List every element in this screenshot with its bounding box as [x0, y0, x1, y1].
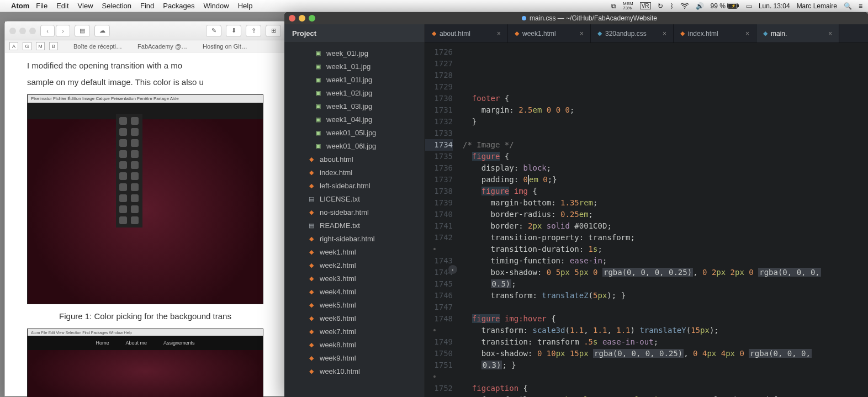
- battery-indicator[interactable]: 99 % ⚡: [711, 2, 739, 10]
- tree-item[interactable]: ◆week10.html: [284, 364, 425, 378]
- line-number[interactable]: 1751: [425, 359, 453, 371]
- tree-item[interactable]: ◆index.html: [284, 166, 425, 179]
- menu-packages[interactable]: Packages: [163, 2, 194, 10]
- code-line[interactable]: transform: translateZ(5px); }: [463, 290, 868, 301]
- code-line[interactable]: footer {: [463, 93, 868, 104]
- code-line[interactable]: }: [463, 116, 868, 128]
- close-tab-icon[interactable]: ×: [663, 30, 666, 38]
- dropbox-icon[interactable]: ⧉: [611, 2, 616, 10]
- code-line[interactable]: [463, 301, 868, 313]
- menu-window[interactable]: Window: [203, 2, 229, 10]
- line-number[interactable]: 1736: [425, 162, 453, 174]
- line-number[interactable]: 1727: [425, 58, 453, 70]
- menu-help[interactable]: Help: [238, 2, 253, 10]
- back-button[interactable]: ‹: [40, 25, 55, 37]
- line-number[interactable]: 1738: [425, 186, 453, 197]
- tree-item[interactable]: ◆week7.html: [284, 325, 425, 338]
- tree-item[interactable]: ▣week1_01l.jpg: [284, 73, 425, 86]
- line-number[interactable]: •: [425, 371, 453, 383]
- code-line[interactable]: transition: transform .5s ease-in-out;: [463, 336, 868, 348]
- tree-item[interactable]: ▣week1_03l.jpg: [284, 99, 425, 113]
- code-line[interactable]: [463, 81, 868, 93]
- control-center-icon[interactable]: ▭: [746, 2, 752, 10]
- code-line[interactable]: transition-duration: 1s;: [463, 244, 868, 255]
- line-number[interactable]: 1731: [425, 104, 453, 116]
- code-area[interactable]: ‹ footer { margin: 2.5em 0 0 0; }/* Imag…: [458, 43, 868, 397]
- line-number[interactable]: 1743: [425, 255, 453, 267]
- compose-button[interactable]: ✎: [206, 25, 221, 37]
- code-editor[interactable]: 1726172717281729173017311732173317341735…: [425, 43, 868, 397]
- code-line[interactable]: [463, 128, 868, 139]
- editor-tab[interactable]: ◆about.html×: [425, 24, 508, 43]
- code-line[interactable]: font-family: "TT Chocolates", "Helvetica…: [463, 394, 868, 397]
- line-number[interactable]: 1740: [425, 209, 453, 220]
- code-line[interactable]: figcaption {: [463, 383, 868, 394]
- tree-item[interactable]: ▣week1_04l.jpg: [284, 113, 425, 126]
- code-line[interactable]: display: block;: [463, 162, 868, 174]
- tree-item[interactable]: ▤README.txt: [284, 219, 425, 232]
- close-tab-icon[interactable]: ×: [828, 30, 832, 38]
- safari-tab[interactable]: FabAcademy @…: [137, 43, 187, 50]
- tree-item[interactable]: ◆week4.html: [284, 285, 425, 298]
- code-line[interactable]: transform: scale3d(1.1, 1.1, 1.1) transl…: [463, 325, 868, 336]
- share-button[interactable]: ⇪: [246, 25, 261, 37]
- safari-tab[interactable]: Hosting on Git…: [203, 43, 247, 50]
- code-line[interactable]: timing-function: ease-in;: [463, 255, 868, 267]
- forward-button[interactable]: ›: [56, 25, 70, 37]
- user-name[interactable]: Marc Lemaire: [797, 2, 837, 10]
- code-line[interactable]: box-shadow: 0 5px 5px 0 rgba(0, 0, 0, 0.…: [463, 267, 868, 278]
- vr-icon[interactable]: VR: [640, 2, 651, 9]
- spotlight-icon[interactable]: 🔍: [844, 2, 852, 10]
- wifi-icon[interactable]: [680, 3, 689, 9]
- tree-item[interactable]: ◆week2.html: [284, 258, 425, 272]
- tree-item[interactable]: ◆week5.html: [284, 298, 425, 311]
- tree-item[interactable]: ▣week_01l.jpg: [284, 46, 425, 60]
- tree-item[interactable]: ◆week8.html: [284, 338, 425, 351]
- editor-tab[interactable]: ◆320andup.css×: [591, 24, 674, 43]
- code-line[interactable]: 0.5);: [463, 278, 868, 290]
- app-name[interactable]: Atom: [11, 2, 29, 10]
- code-line[interactable]: 0.3); }: [463, 359, 868, 371]
- close-tab-icon[interactable]: ×: [497, 30, 501, 38]
- editor-tab[interactable]: ◆main.×: [756, 24, 839, 43]
- code-line[interactable]: box-shadow: 0 10px 15px rgba(0, 0, 0, 0.…: [463, 348, 868, 359]
- code-line[interactable]: padding: 0em 0;}: [463, 174, 868, 186]
- tree-item[interactable]: ▣week01_05l.jpg: [284, 126, 425, 139]
- bluetooth-icon[interactable]: ᛒ: [670, 2, 674, 10]
- line-number[interactable]: 1728: [425, 70, 453, 81]
- tabs-button[interactable]: ⊞: [266, 25, 281, 37]
- cloud-button[interactable]: ☁: [94, 25, 110, 37]
- menu-selection[interactable]: Selection: [102, 2, 131, 10]
- close-tab-icon[interactable]: ×: [745, 30, 749, 38]
- favorite-g[interactable]: G: [23, 42, 31, 50]
- tree-item[interactable]: ◆no-sidebar.html: [284, 205, 425, 219]
- tree-item[interactable]: ◆week3.html: [284, 272, 425, 285]
- line-number[interactable]: 1741: [425, 220, 453, 232]
- code-line[interactable]: figure img:hover {: [463, 313, 868, 325]
- volume-icon[interactable]: 🔊: [696, 2, 704, 10]
- code-line[interactable]: figure img {: [463, 186, 868, 197]
- code-line[interactable]: figure {: [463, 151, 868, 162]
- menu-file[interactable]: File: [36, 2, 47, 10]
- favorite-b[interactable]: B: [49, 42, 58, 50]
- clock[interactable]: Lun. 13:04: [759, 2, 790, 10]
- sidebar-button[interactable]: ▤: [75, 25, 90, 37]
- editor-tab[interactable]: ◆index.html×: [674, 24, 756, 43]
- line-number[interactable]: 1734: [425, 139, 453, 151]
- code-line[interactable]: margin: 2.5em 0 0 0;: [463, 104, 868, 116]
- notifications-icon[interactable]: ≡: [859, 2, 862, 10]
- line-number[interactable]: 1739: [425, 197, 453, 209]
- line-number[interactable]: 1732: [425, 116, 453, 128]
- line-number[interactable]: 1730: [425, 93, 453, 104]
- line-number[interactable]: 1735: [425, 151, 453, 162]
- maximize-button[interactable]: [309, 15, 315, 22]
- line-number[interactable]: 1726: [425, 46, 453, 58]
- close-button[interactable]: [9, 28, 16, 34]
- line-number[interactable]: 1742: [425, 232, 453, 244]
- maximize-button[interactable]: [29, 28, 36, 34]
- line-number[interactable]: 1747: [425, 301, 453, 313]
- editor-tab[interactable]: ◆week1.html×: [508, 24, 591, 43]
- minimize-button[interactable]: [19, 28, 26, 34]
- tree-item[interactable]: ◆week6.html: [284, 311, 425, 325]
- code-line[interactable]: border-radius: 0.25em;: [463, 209, 868, 220]
